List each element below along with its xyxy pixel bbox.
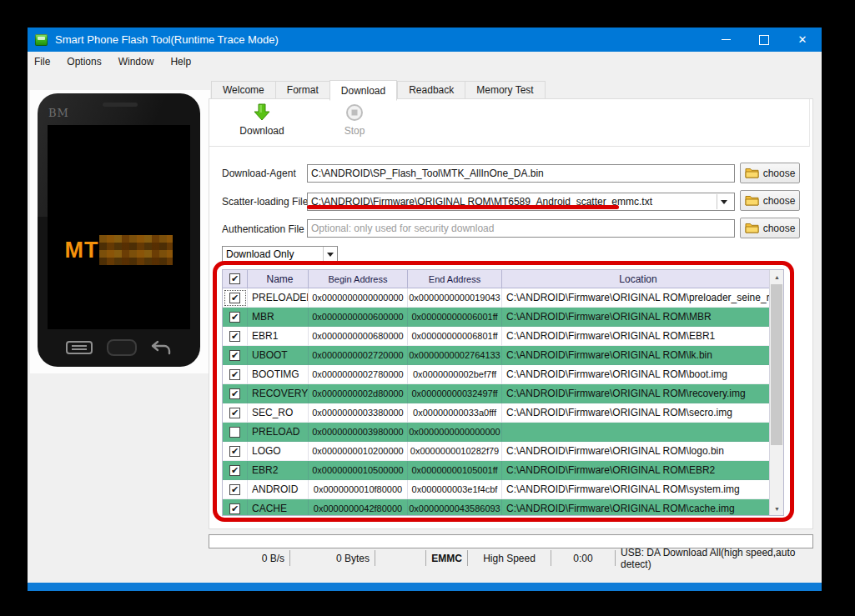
partition-name: SEC_RO bbox=[248, 403, 309, 423]
phone-back-icon bbox=[150, 340, 172, 355]
red-underline-annotation bbox=[307, 205, 619, 209]
partition-checkbox-cell[interactable]: ✔ bbox=[223, 480, 248, 499]
table-row[interactable]: ✔ SEC_RO 0x0000000003380000 0x0000000003… bbox=[223, 403, 771, 423]
partition-checkbox-cell[interactable]: ✔ bbox=[223, 442, 248, 461]
partition-checkbox[interactable]: ✔ bbox=[229, 484, 240, 495]
status-empty bbox=[375, 550, 426, 566]
table-row[interactable]: ✔ BOOTIMG 0x0000000002780000 0x000000000… bbox=[223, 365, 771, 384]
partition-end-address: 0x0000000000000000 bbox=[408, 423, 502, 442]
scroll-down-arrow-icon[interactable]: ▼ bbox=[770, 502, 784, 515]
tab-format[interactable]: Format bbox=[275, 81, 329, 99]
partition-begin-address: 0x0000000003380000 bbox=[309, 403, 408, 423]
choose-scatter-file-button[interactable]: choose bbox=[740, 190, 800, 211]
partition-name: LOGO bbox=[248, 442, 309, 461]
choose-download-agent-button[interactable]: choose bbox=[740, 163, 800, 183]
column-header-end-address[interactable]: End Address bbox=[408, 270, 502, 288]
tab-download[interactable]: Download bbox=[329, 80, 397, 101]
partition-name: PRELOADER bbox=[248, 288, 309, 308]
stop-button[interactable]: Stop bbox=[321, 103, 388, 137]
tab-readback[interactable]: Readback bbox=[397, 81, 465, 99]
flash-mode-dropdown[interactable]: Download Only bbox=[222, 246, 338, 263]
partition-checkbox-cell[interactable]: ✔ bbox=[223, 346, 248, 365]
auth-file-field[interactable]: Optional: only used for security downloa… bbox=[307, 219, 735, 238]
download-agent-label: Download-Agent bbox=[222, 168, 296, 179]
mode-dropdown-arrow-icon[interactable] bbox=[323, 247, 337, 262]
partition-checkbox-cell[interactable]: ✔ bbox=[223, 365, 248, 384]
table-row[interactable]: ✔ CACHE 0x0000000042f80000 0x00000000435… bbox=[223, 499, 771, 516]
partition-checkbox-cell[interactable] bbox=[223, 423, 248, 442]
partition-checkbox[interactable]: ✔ bbox=[229, 388, 240, 399]
tab-welcome[interactable]: Welcome bbox=[211, 81, 275, 99]
partition-checkbox[interactable]: ✔ bbox=[229, 331, 240, 342]
partition-checkbox[interactable]: ✔ bbox=[229, 293, 240, 303]
partition-end-address: 0x0000000002bef7ff bbox=[408, 365, 502, 384]
scroll-up-arrow-icon[interactable]: ▲ bbox=[770, 270, 784, 283]
download-agent-field[interactable]: C:\ANDROID\SP_Flash_Tool\MTK_AllInOne_DA… bbox=[307, 164, 735, 183]
partition-checkbox-cell[interactable]: ✔ bbox=[223, 499, 248, 516]
partition-checkbox[interactable]: ✔ bbox=[229, 350, 240, 361]
partition-checkbox-cell[interactable]: ✔ bbox=[223, 327, 248, 346]
table-row[interactable]: PRELOAD 0x0000000003980000 0x00000000000… bbox=[223, 423, 771, 442]
choose-button-label: choose bbox=[763, 195, 796, 207]
partition-begin-address: 0x0000000010200000 bbox=[309, 442, 408, 461]
scatter-file-label: Scatter-loading File bbox=[222, 196, 308, 208]
partition-checkbox[interactable]: ✔ bbox=[229, 503, 240, 514]
select-all-checkbox-cell[interactable]: ✔ bbox=[223, 270, 248, 288]
partition-checkbox-cell[interactable]: ✔ bbox=[223, 461, 248, 480]
column-header-begin-address[interactable]: Begin Address bbox=[309, 270, 408, 288]
menubar: File Options Window Help bbox=[28, 52, 822, 72]
table-row[interactable]: ✔ EBR2 0x0000000010500000 0x000000001050… bbox=[223, 461, 771, 480]
tab-memory-test[interactable]: Memory Test bbox=[465, 81, 545, 99]
maximize-button[interactable] bbox=[745, 28, 783, 52]
status-storage-type: EMMC bbox=[426, 550, 468, 566]
partition-location: C:\ANDROID\Firmware\ORIGINAL ROM\logo.bi… bbox=[502, 442, 771, 461]
column-header-location[interactable]: Location bbox=[502, 270, 770, 288]
column-header-name[interactable]: Name bbox=[248, 270, 309, 288]
partition-checkbox[interactable]: ✔ bbox=[229, 465, 240, 476]
phone-preview-panel: BM MT bbox=[30, 90, 210, 373]
vertical-scrollbar[interactable]: ▲ ▼ bbox=[769, 270, 783, 515]
stop-icon bbox=[345, 103, 364, 122]
close-button[interactable]: ✕ bbox=[783, 28, 822, 52]
table-row[interactable]: ✔ PRELOADER 0x0000000000000000 0x0000000… bbox=[223, 288, 771, 308]
download-button-label: Download bbox=[239, 125, 284, 137]
partition-location bbox=[502, 423, 771, 442]
status-usb-speed: High Speed bbox=[468, 550, 551, 566]
choose-auth-file-button[interactable]: choose bbox=[740, 218, 800, 238]
select-all-checkbox[interactable]: ✔ bbox=[229, 273, 240, 284]
minimize-button[interactable] bbox=[707, 28, 745, 52]
phone-image: BM MT bbox=[38, 93, 200, 367]
partition-name: EBR1 bbox=[248, 327, 309, 346]
partition-checkbox[interactable]: ✔ bbox=[229, 446, 240, 457]
menu-help[interactable]: Help bbox=[162, 52, 199, 72]
partition-checkbox[interactable]: ✔ bbox=[229, 369, 240, 380]
table-row[interactable]: ✔ ANDROID 0x0000000010f80000 0x000000003… bbox=[223, 480, 771, 499]
download-button[interactable]: Download bbox=[229, 103, 295, 137]
app-icon bbox=[35, 34, 48, 46]
menu-file[interactable]: File bbox=[28, 52, 58, 72]
partition-checkbox[interactable]: ✔ bbox=[229, 312, 240, 323]
table-row[interactable]: ✔ LOGO 0x0000000010200000 0x000000001028… bbox=[223, 442, 771, 461]
partition-begin-address: 0x0000000000680000 bbox=[309, 327, 408, 346]
menu-options[interactable]: Options bbox=[58, 52, 109, 72]
scatter-dropdown-arrow-icon[interactable] bbox=[717, 194, 731, 209]
partition-checkbox[interactable] bbox=[229, 427, 240, 438]
partition-location: C:\ANDROID\Firmware\ORIGINAL ROM\MBR bbox=[502, 308, 771, 327]
table-row[interactable]: ✔ EBR1 0x0000000000680000 0x000000000068… bbox=[223, 327, 771, 346]
menu-window[interactable]: Window bbox=[110, 52, 163, 72]
partition-name: PRELOAD bbox=[248, 423, 309, 442]
partition-end-address: 0x00000000006001ff bbox=[408, 308, 502, 327]
table-row[interactable]: ✔ RECOVERY 0x0000000002d80000 0x00000000… bbox=[223, 384, 771, 403]
table-row[interactable]: ✔ UBOOT 0x0000000002720000 0x00000000027… bbox=[223, 346, 771, 365]
table-row[interactable]: ✔ MBR 0x0000000000600000 0x0000000000600… bbox=[223, 308, 771, 327]
scrollbar-thumb[interactable] bbox=[771, 284, 782, 445]
partition-location: C:\ANDROID\Firmware\ORIGINAL ROM\secro.i… bbox=[502, 403, 771, 423]
partition-checkbox-cell[interactable]: ✔ bbox=[223, 288, 248, 308]
partition-checkbox[interactable]: ✔ bbox=[229, 408, 240, 418]
auth-file-label: Authentication File bbox=[222, 223, 304, 235]
partition-checkbox-cell[interactable]: ✔ bbox=[223, 403, 248, 423]
partition-checkbox-cell[interactable]: ✔ bbox=[223, 308, 248, 327]
partition-checkbox-cell[interactable]: ✔ bbox=[223, 384, 248, 403]
partition-end-address: 0x00000000033a0fff bbox=[408, 403, 502, 423]
partition-end-address: 0x00000000006801ff bbox=[408, 327, 502, 346]
